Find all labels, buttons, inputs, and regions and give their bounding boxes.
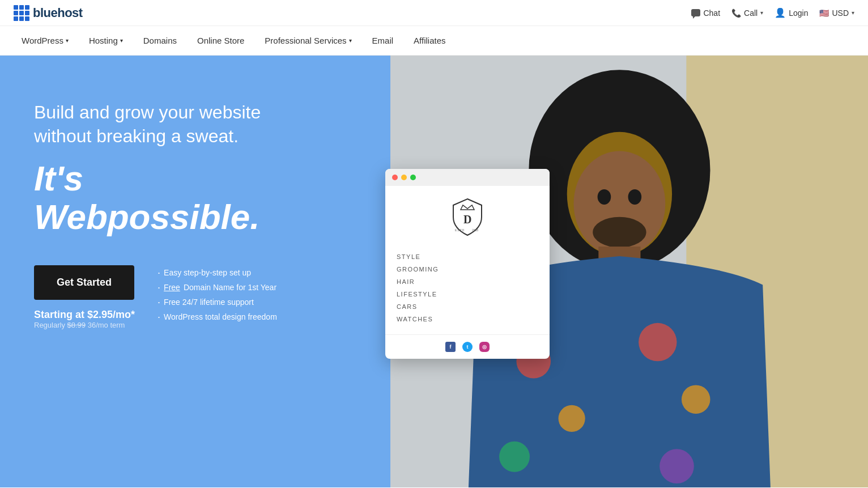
card-menu-item-hair: HAIR	[397, 275, 538, 288]
feature-item-4: WordPress total design freedom	[158, 309, 277, 324]
instagram-icon: ◎	[479, 342, 490, 352]
svg-point-18	[682, 385, 710, 414]
feature-item-3: Free 24/7 lifetime support	[158, 295, 277, 309]
nav-item-domains[interactable]: Domains	[135, 31, 185, 50]
nav-item-professional-services[interactable]: Professional Services ▾	[257, 31, 359, 50]
currency-selector[interactable]: 🇺🇸 USD ▾	[819, 9, 854, 18]
preview-card: D ESTD 2018 STYLE GROOMING HAIR LIFESTYL…	[385, 169, 550, 359]
top-bar: bluehost Chat 📞 Call ▾ 👤 Login 🇺🇸 USD ▾	[0, 0, 868, 26]
price-regular: Regularly $8.99 36/mo term	[34, 321, 135, 329]
card-menu-item-cars: CARS	[397, 300, 538, 313]
twitter-icon: t	[462, 342, 473, 352]
nav-item-online-store[interactable]: Online Store	[189, 31, 252, 50]
features-list: Easy step-by-step set up Free Domain Nam…	[158, 265, 277, 324]
window-dot-yellow	[401, 175, 407, 180]
cta-left: Get Started Starting at $2.95/mo* Regula…	[34, 265, 135, 329]
nav-item-wordpress[interactable]: WordPress ▾	[14, 31, 76, 50]
call-link[interactable]: 📞 Call ▾	[731, 9, 763, 18]
svg-point-15	[558, 405, 585, 432]
svg-text:D: D	[463, 213, 471, 226]
chat-label: Chat	[703, 9, 720, 18]
pricing-info: Starting at $2.95/mo* Regularly $8.99 36…	[34, 309, 135, 329]
cta-section: Get Started Starting at $2.95/mo* Regula…	[34, 265, 295, 329]
facebook-icon: f	[445, 342, 456, 352]
card-menu-item-style: STYLE	[397, 251, 538, 263]
feature-item-2: Free Domain Name for 1st Year	[158, 280, 277, 295]
svg-text:ESTD: ESTD	[455, 228, 465, 232]
card-footer: f t ◎	[385, 334, 550, 359]
hosting-chevron-icon: ▾	[120, 37, 123, 44]
flag-icon: 🇺🇸	[819, 9, 829, 18]
main-nav: WordPress ▾ Hosting ▾ Domains Online Sto…	[0, 26, 868, 56]
login-label: Login	[789, 9, 808, 18]
hero-content: Build and grow your website without brea…	[0, 56, 329, 487]
window-dot-red	[392, 175, 398, 180]
svg-point-12	[593, 217, 646, 248]
logo-area: bluehost	[14, 5, 83, 21]
svg-point-10	[598, 189, 611, 205]
logo-text[interactable]: bluehost	[33, 6, 83, 20]
card-logo: D ESTD 2018	[397, 197, 538, 239]
chat-bubble-icon	[691, 9, 700, 16]
nav-item-hosting[interactable]: Hosting ▾	[81, 31, 131, 50]
hero-subtitle: Build and grow your website without brea…	[34, 101, 295, 148]
card-menu-item-watches: WATCHES	[397, 313, 538, 325]
phone-icon: 📞	[731, 9, 741, 18]
call-label: Call	[744, 9, 758, 18]
wordpress-chevron-icon: ▾	[66, 37, 69, 44]
price-main: Starting at $2.95/mo*	[34, 309, 135, 321]
card-menu-item-lifestyle: LIFESTYLE	[397, 288, 538, 300]
window-dot-green	[410, 175, 416, 180]
nav-item-email[interactable]: Email	[364, 31, 402, 50]
price-strikethrough: $8.99	[67, 321, 86, 329]
top-bar-right: Chat 📞 Call ▾ 👤 Login 🇺🇸 USD ▾	[691, 7, 854, 18]
svg-point-11	[628, 189, 641, 205]
svg-point-16	[499, 442, 530, 472]
chat-link[interactable]: Chat	[691, 9, 720, 18]
hero-title: It's Webpossible.	[34, 159, 295, 236]
nav-item-affiliates[interactable]: Affiliates	[406, 31, 453, 50]
person-icon: 👤	[775, 7, 786, 18]
grid-icon	[14, 5, 29, 21]
card-titlebar	[385, 169, 550, 186]
call-chevron-icon: ▾	[760, 10, 763, 16]
svg-point-17	[639, 323, 676, 361]
svg-point-19	[659, 449, 694, 483]
svg-text:2018: 2018	[472, 228, 478, 232]
hero-section: Build and grow your website without brea…	[0, 56, 868, 487]
shield-svg: D ESTD 2018	[450, 197, 484, 237]
get-started-button[interactable]: Get Started	[34, 265, 134, 300]
currency-label: USD	[832, 9, 849, 18]
currency-chevron-icon: ▾	[852, 10, 854, 16]
login-link[interactable]: 👤 Login	[775, 7, 808, 18]
card-body: D ESTD 2018 STYLE GROOMING HAIR LIFESTYL…	[385, 186, 550, 334]
feature-item-1: Easy step-by-step set up	[158, 265, 277, 280]
prof-services-chevron-icon: ▾	[349, 37, 352, 44]
card-menu-item-grooming: GROOMING	[397, 263, 538, 275]
card-menu: STYLE GROOMING HAIR LIFESTYLE CARS WATCH…	[397, 251, 538, 325]
